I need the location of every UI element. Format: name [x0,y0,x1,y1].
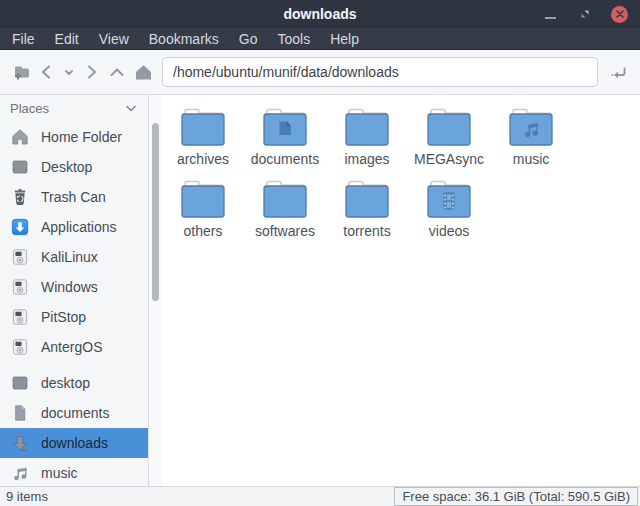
forward-button[interactable] [78,59,104,85]
back-icon [37,62,57,82]
sidebar-item-kalilinux[interactable]: KaliLinux [0,242,148,272]
sidebar-item-pitstop[interactable]: PitStop [0,302,148,332]
menu-view[interactable]: View [89,28,139,49]
sidebar-item-antergos[interactable]: AntergOS [0,332,148,362]
folder-icon [424,105,474,149]
file-item-torrents[interactable]: torrents [326,177,408,239]
maximize-button[interactable] [576,5,594,23]
file-item-images[interactable]: images [326,105,408,167]
path-input[interactable] [162,57,598,87]
folder-icon [178,177,228,221]
forward-icon [81,62,101,82]
file-item-megasync[interactable]: MEGAsync [408,105,490,167]
items-count: 9 items [6,489,48,504]
sidebar-item-home-folder[interactable]: Home Folder [0,122,148,152]
sidebar-item-documents[interactable]: documents [0,398,148,428]
sidebar-item-windows[interactable]: Windows [0,272,148,302]
file-item-documents[interactable]: documents [244,105,326,167]
window-title: downloads [283,6,356,22]
sidebar-item-applications[interactable]: Applications [0,212,148,242]
minimize-button[interactable] [541,5,559,23]
sidebar-item-desktop[interactable]: desktop [0,368,148,398]
chevron-down-icon [125,105,137,113]
file-grid: archivesdocumentsimagesMEGAsyncmusicothe… [162,105,574,249]
file-view[interactable]: archivesdocumentsimagesMEGAsyncmusicothe… [162,95,640,486]
window-body: Places Home FolderDesktopTrash CanApplic… [0,95,640,486]
chevron-down-icon [62,65,76,79]
places-list: Home FolderDesktopTrash CanApplicationsK… [0,122,148,486]
file-name: torrents [343,223,390,239]
free-space-indicator: Free space: 36.1 GiB (Total: 590.5 GiB) [394,487,638,506]
window-controls [541,0,628,28]
trash-icon [10,187,30,207]
home-button[interactable] [130,59,156,85]
statusbar: 9 items Free space: 36.1 GiB (Total: 590… [0,486,640,506]
menu-bookmarks[interactable]: Bookmarks [139,28,229,49]
sidebar-item-label: Windows [41,279,98,295]
file-name: softwares [255,223,315,239]
sidebar-item-label: desktop [41,375,90,391]
file-name: videos [429,223,469,239]
drive-icon [10,307,30,327]
sidebar-item-label: Desktop [41,159,92,175]
titlebar[interactable]: downloads [0,0,640,28]
folder-icon [342,105,392,149]
sidebar-item-label: Trash Can [41,189,106,205]
sidebar-item-music[interactable]: music [0,458,148,486]
close-icon [616,10,624,18]
scrollbar-thumb[interactable] [152,123,159,301]
menu-go[interactable]: Go [229,28,268,49]
new-tab-icon [11,62,32,83]
minimize-icon [545,17,556,19]
folder-icon [178,105,228,149]
sidebar-item-label: Applications [41,219,117,235]
sidebar-item-trash-can[interactable]: Trash Can [0,182,148,212]
desktop-icon [10,373,30,393]
home-icon [133,62,154,83]
file-name: documents [251,151,319,167]
back-button[interactable] [34,59,60,85]
sidebar-item-downloads[interactable]: downloads [0,428,148,458]
drive-icon [10,247,30,267]
file-item-others[interactable]: others [162,177,244,239]
folder-icon [260,105,310,149]
menu-edit[interactable]: Edit [45,28,89,49]
sidebar-item-label: PitStop [41,309,86,325]
file-name: archives [177,151,229,167]
file-name: others [184,223,223,239]
new-tab-button[interactable] [8,59,34,85]
menu-tools[interactable]: Tools [268,28,321,49]
file-name: MEGAsync [414,151,484,167]
places-header[interactable]: Places [0,95,148,122]
file-item-softwares[interactable]: softwares [244,177,326,239]
home-icon [10,127,30,147]
desktop-icon [10,157,30,177]
file-item-videos[interactable]: videos [408,177,490,239]
file-item-archives[interactable]: archives [162,105,244,167]
music-icon [10,463,30,483]
drive-icon [10,337,30,357]
go-button[interactable] [606,59,632,85]
sidebar-item-label: downloads [41,435,108,451]
sidebar-item-label: Home Folder [41,129,122,145]
places-panel: Places Home FolderDesktopTrash CanApplic… [0,95,148,486]
up-button[interactable] [104,59,130,85]
file-item-music[interactable]: music [490,105,572,167]
applications-icon [10,217,30,237]
sidebar-item-label: music [41,465,78,481]
sidebar-scrollbar[interactable] [148,95,162,486]
file-name: music [513,151,550,167]
menu-file[interactable]: File [2,28,45,49]
sidebar-item-label: KaliLinux [41,249,98,265]
sidebar: Places Home FolderDesktopTrash CanApplic… [0,95,162,486]
history-dropdown-button[interactable] [60,59,78,85]
restore-icon [580,9,590,19]
drive-icon [10,277,30,297]
folder-icon [260,177,310,221]
menu-help[interactable]: Help [320,28,369,49]
close-button[interactable] [611,6,628,23]
folder-icon [506,105,556,149]
up-icon [107,62,127,82]
folder-icon [424,177,474,221]
sidebar-item-desktop[interactable]: Desktop [0,152,148,182]
